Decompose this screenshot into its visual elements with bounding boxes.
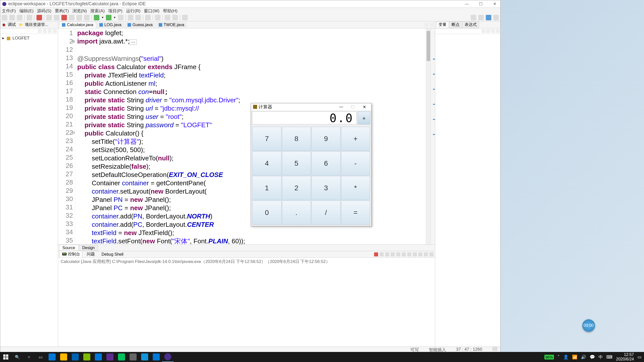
tab-calculator[interactable]: Calculator.java xyxy=(59,22,96,28)
search-button[interactable]: 🔍 xyxy=(12,352,23,362)
calc-button-1[interactable]: 1 xyxy=(252,176,281,200)
expressions-tab[interactable]: 表达式 xyxy=(462,21,479,28)
taskbar-app[interactable] xyxy=(104,352,116,362)
close-button[interactable]: ✕ xyxy=(491,2,498,7)
debug-tab[interactable]: 调试 xyxy=(8,22,16,27)
code-editor[interactable]: 1 2⊕ 12 13 14 15 16 17 18 19 20 21 22⊖ 2… xyxy=(58,28,435,244)
overview-ruler[interactable] xyxy=(430,28,435,244)
tray-action-center-icon[interactable]: ▭ xyxy=(637,354,641,360)
calc-button-7[interactable]: 7 xyxy=(252,127,281,151)
task-view-button[interactable]: ▭ xyxy=(35,352,46,362)
calc-backspace-button[interactable]: « xyxy=(358,111,370,124)
build-icon[interactable] xyxy=(27,15,32,20)
menu-window[interactable]: 窗口(W) xyxy=(144,8,159,14)
calc-button-2[interactable]: 2 xyxy=(282,176,311,200)
dropdown-arrow-icon[interactable]: ▼ xyxy=(113,16,116,19)
calc-button-equals[interactable]: = xyxy=(341,201,370,225)
tab-twoe[interactable]: TWOE.java xyxy=(156,22,187,28)
taskbar-app[interactable] xyxy=(150,352,162,362)
taskbar-eclipse[interactable] xyxy=(162,352,174,362)
calc-button-5[interactable]: 5 xyxy=(282,151,311,175)
new-class-icon[interactable] xyxy=(128,15,133,20)
ruler-mark[interactable] xyxy=(433,89,435,90)
display-selected-icon[interactable] xyxy=(413,252,417,256)
tray-volume-icon[interactable]: 🔊 xyxy=(581,354,586,360)
step-into-icon[interactable] xyxy=(69,15,74,20)
ruler-mark[interactable] xyxy=(433,119,435,120)
save-icon[interactable] xyxy=(9,15,15,20)
source-tab[interactable]: Source xyxy=(59,245,78,251)
vertical-scrollbar[interactable] xyxy=(426,28,430,244)
debug-icon[interactable] xyxy=(94,15,99,20)
back-icon[interactable] xyxy=(165,15,170,20)
remove-launch-icon[interactable] xyxy=(380,252,384,256)
clear-console-icon[interactable] xyxy=(391,252,395,256)
console-tab[interactable]: 📟 控制台 xyxy=(60,251,82,258)
collapse-icon[interactable] xyxy=(486,29,490,33)
menu-edit[interactable]: 编辑(E) xyxy=(19,8,34,14)
calc-button-9[interactable]: 9 xyxy=(311,127,341,151)
dropdown-arrow-icon[interactable]: ▼ xyxy=(101,16,104,19)
word-wrap-icon[interactable] xyxy=(402,252,406,256)
minimize-button[interactable]: — xyxy=(463,2,471,7)
run-icon[interactable] xyxy=(106,15,111,20)
collapse-all-icon[interactable] xyxy=(38,29,42,33)
menu-refactor[interactable]: 重构(T) xyxy=(55,8,69,14)
taskbar-app[interactable] xyxy=(116,352,127,362)
debug-perspective-icon[interactable] xyxy=(493,15,499,20)
step-return-icon[interactable] xyxy=(84,15,90,20)
remove-all-icon[interactable] xyxy=(385,252,389,256)
project-tree[interactable]: ▸ LOGFET xyxy=(0,34,58,42)
calc-button-3[interactable]: 3 xyxy=(311,176,341,200)
skip-breakpoints-icon[interactable] xyxy=(36,15,42,20)
tray-chevron-icon[interactable]: ˄ xyxy=(557,354,560,360)
calc-close-button[interactable]: ✕ xyxy=(359,104,369,110)
menu-navigate[interactable]: 浏览(N) xyxy=(72,8,87,14)
ruler-mark[interactable] xyxy=(433,59,435,60)
tray-people-icon[interactable]: 👤 xyxy=(563,354,569,360)
maximize-view-icon[interactable] xyxy=(429,252,433,256)
resume-icon[interactable] xyxy=(46,15,52,20)
pin-console-icon[interactable] xyxy=(407,252,411,256)
open-type-icon[interactable] xyxy=(145,15,151,20)
start-button[interactable] xyxy=(0,352,12,362)
terminate-console-icon[interactable] xyxy=(374,252,378,256)
tab-log[interactable]: LOG.java xyxy=(97,22,124,28)
window-title-bar[interactable]: eclipse-workspace - LOGFET/src/logfet/Ca… xyxy=(0,0,500,8)
ruler-mark[interactable] xyxy=(433,134,435,135)
explorer-tab[interactable]: 项目资源管... xyxy=(25,22,48,27)
status-icon[interactable] xyxy=(492,347,497,351)
calc-button-divide[interactable]: / xyxy=(311,201,341,225)
show-type-icon[interactable] xyxy=(481,29,486,33)
variables-tab[interactable]: 变量 xyxy=(436,21,449,28)
maximize-editor-icon[interactable] xyxy=(424,23,428,27)
calculator-window[interactable]: 计算器 — ☐ ✕ 0.0 « 7 8 9 + 4 5 6 - 1 2 3 * … xyxy=(251,103,372,226)
java-perspective-icon[interactable] xyxy=(486,15,491,20)
breakpoints-tab[interactable]: 断点 xyxy=(449,21,462,28)
taskbar-app[interactable] xyxy=(93,352,104,362)
project-name[interactable]: LOGFET xyxy=(12,36,29,40)
taskbar-app[interactable] xyxy=(127,352,139,362)
filter-icon[interactable] xyxy=(48,29,52,33)
taskbar-app[interactable] xyxy=(58,352,69,362)
taskbar-app[interactable] xyxy=(139,352,150,362)
scrollbar-thumb[interactable] xyxy=(427,31,430,61)
step-over-icon[interactable] xyxy=(76,15,82,20)
tree-expand-icon[interactable]: ▸ xyxy=(2,36,5,40)
scroll-lock-icon[interactable] xyxy=(396,252,400,256)
maximize-button[interactable]: ☐ xyxy=(477,2,485,7)
calc-button-multiply[interactable]: * xyxy=(341,176,370,200)
menu-help[interactable]: 帮助(H) xyxy=(163,8,178,14)
battery-indicator[interactable]: 96% xyxy=(544,355,554,359)
calc-button-6[interactable]: 6 xyxy=(311,151,341,175)
quick-access-icon[interactable] xyxy=(471,15,476,20)
tray-network-icon[interactable]: 📶 xyxy=(572,354,577,360)
save-all-icon[interactable] xyxy=(17,15,22,20)
debug-shell-tab[interactable]: Debug Shell xyxy=(99,252,125,257)
explorer-tab-icon[interactable]: 📁 xyxy=(19,23,23,27)
minimize-icon[interactable] xyxy=(496,29,500,33)
open-perspective-icon[interactable] xyxy=(478,15,484,20)
tab-guess[interactable]: Guess.java xyxy=(125,22,155,28)
recording-indicator[interactable]: 00:00 xyxy=(582,319,595,332)
tray-keyboard-icon[interactable]: ⌨ xyxy=(606,354,613,360)
